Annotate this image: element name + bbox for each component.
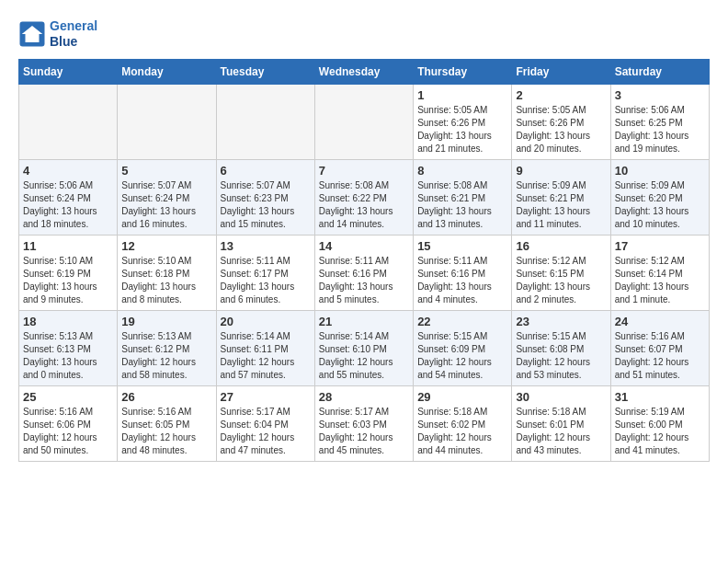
day-info: Sunrise: 5:17 AM Sunset: 6:04 PM Dayligh… <box>221 406 311 457</box>
day-number: 26 <box>121 390 211 404</box>
day-number: 7 <box>319 164 409 178</box>
calendar-cell: 19Sunrise: 5:13 AM Sunset: 6:12 PM Dayli… <box>118 310 216 385</box>
day-number: 17 <box>615 239 705 253</box>
calendar-cell: 10Sunrise: 5:09 AM Sunset: 6:20 PM Dayli… <box>610 159 709 235</box>
day-number: 15 <box>417 239 507 253</box>
day-number: 25 <box>23 390 113 404</box>
day-number: 21 <box>319 315 409 328</box>
day-number: 14 <box>319 239 409 253</box>
day-info: Sunrise: 5:14 AM Sunset: 6:11 PM Dayligh… <box>221 330 311 382</box>
calendar-cell <box>216 84 314 159</box>
page-header: General Blue <box>18 18 710 50</box>
calendar-cell: 5Sunrise: 5:07 AM Sunset: 6:24 PM Daylig… <box>118 159 216 235</box>
day-number: 10 <box>615 164 705 178</box>
calendar-cell: 15Sunrise: 5:11 AM Sunset: 6:16 PM Dayli… <box>414 235 512 310</box>
day-info: Sunrise: 5:08 AM Sunset: 6:21 PM Dayligh… <box>417 179 507 231</box>
calendar-cell: 29Sunrise: 5:18 AM Sunset: 6:02 PM Dayli… <box>414 385 512 461</box>
day-info: Sunrise: 5:16 AM Sunset: 6:05 PM Dayligh… <box>121 406 211 457</box>
day-info: Sunrise: 5:05 AM Sunset: 6:26 PM Dayligh… <box>516 104 606 155</box>
day-info: Sunrise: 5:18 AM Sunset: 6:01 PM Dayligh… <box>516 406 606 457</box>
day-info: Sunrise: 5:16 AM Sunset: 6:07 PM Dayligh… <box>615 330 705 382</box>
day-number: 5 <box>121 164 211 178</box>
calendar-cell: 22Sunrise: 5:15 AM Sunset: 6:09 PM Dayli… <box>414 310 512 385</box>
calendar-cell: 27Sunrise: 5:17 AM Sunset: 6:04 PM Dayli… <box>216 385 314 461</box>
day-number: 4 <box>23 164 113 178</box>
calendar-header-wednesday: Wednesday <box>314 59 413 84</box>
day-info: Sunrise: 5:10 AM Sunset: 6:19 PM Dayligh… <box>23 255 113 306</box>
day-info: Sunrise: 5:13 AM Sunset: 6:12 PM Dayligh… <box>121 330 211 382</box>
calendar-week-row: 25Sunrise: 5:16 AM Sunset: 6:06 PM Dayli… <box>19 385 710 461</box>
calendar-cell: 7Sunrise: 5:08 AM Sunset: 6:22 PM Daylig… <box>314 159 413 235</box>
calendar-cell: 2Sunrise: 5:05 AM Sunset: 6:26 PM Daylig… <box>512 84 610 159</box>
calendar-cell: 3Sunrise: 5:06 AM Sunset: 6:25 PM Daylig… <box>610 84 709 159</box>
day-info: Sunrise: 5:13 AM Sunset: 6:13 PM Dayligh… <box>23 330 113 382</box>
calendar-cell: 11Sunrise: 5:10 AM Sunset: 6:19 PM Dayli… <box>19 235 118 310</box>
day-number: 13 <box>221 239 311 253</box>
day-info: Sunrise: 5:06 AM Sunset: 6:25 PM Dayligh… <box>615 104 705 155</box>
calendar-cell: 8Sunrise: 5:08 AM Sunset: 6:21 PM Daylig… <box>414 159 512 235</box>
day-info: Sunrise: 5:09 AM Sunset: 6:20 PM Dayligh… <box>615 179 705 231</box>
calendar-cell: 23Sunrise: 5:15 AM Sunset: 6:08 PM Dayli… <box>512 310 610 385</box>
day-number: 8 <box>417 164 507 178</box>
logo-text: General Blue <box>50 18 97 50</box>
day-info: Sunrise: 5:18 AM Sunset: 6:02 PM Dayligh… <box>417 406 507 457</box>
calendar-cell: 30Sunrise: 5:18 AM Sunset: 6:01 PM Dayli… <box>512 385 610 461</box>
calendar-cell: 25Sunrise: 5:16 AM Sunset: 6:06 PM Dayli… <box>19 385 118 461</box>
calendar-header-thursday: Thursday <box>414 59 512 84</box>
day-number: 3 <box>615 88 705 102</box>
day-number: 23 <box>516 315 606 328</box>
day-number: 24 <box>615 315 705 328</box>
calendar-cell: 4Sunrise: 5:06 AM Sunset: 6:24 PM Daylig… <box>19 159 118 235</box>
calendar-week-row: 11Sunrise: 5:10 AM Sunset: 6:19 PM Dayli… <box>19 235 710 310</box>
calendar-cell: 14Sunrise: 5:11 AM Sunset: 6:16 PM Dayli… <box>314 235 413 310</box>
day-info: Sunrise: 5:12 AM Sunset: 6:15 PM Dayligh… <box>516 255 606 306</box>
day-info: Sunrise: 5:19 AM Sunset: 6:00 PM Dayligh… <box>615 406 705 457</box>
day-info: Sunrise: 5:05 AM Sunset: 6:26 PM Dayligh… <box>417 104 507 155</box>
calendar-week-row: 1Sunrise: 5:05 AM Sunset: 6:26 PM Daylig… <box>19 84 710 159</box>
calendar-week-row: 18Sunrise: 5:13 AM Sunset: 6:13 PM Dayli… <box>19 310 710 385</box>
calendar-cell: 6Sunrise: 5:07 AM Sunset: 6:23 PM Daylig… <box>216 159 314 235</box>
calendar-cell <box>118 84 216 159</box>
day-number: 1 <box>417 88 507 102</box>
calendar-cell: 28Sunrise: 5:17 AM Sunset: 6:03 PM Dayli… <box>314 385 413 461</box>
day-info: Sunrise: 5:10 AM Sunset: 6:18 PM Dayligh… <box>121 255 211 306</box>
calendar-cell: 20Sunrise: 5:14 AM Sunset: 6:11 PM Dayli… <box>216 310 314 385</box>
calendar-cell: 31Sunrise: 5:19 AM Sunset: 6:00 PM Dayli… <box>610 385 709 461</box>
day-number: 6 <box>221 164 311 178</box>
day-info: Sunrise: 5:12 AM Sunset: 6:14 PM Dayligh… <box>615 255 705 306</box>
calendar-cell: 16Sunrise: 5:12 AM Sunset: 6:15 PM Dayli… <box>512 235 610 310</box>
day-info: Sunrise: 5:11 AM Sunset: 6:16 PM Dayligh… <box>319 255 409 306</box>
calendar-cell: 13Sunrise: 5:11 AM Sunset: 6:17 PM Dayli… <box>216 235 314 310</box>
calendar-header-friday: Friday <box>512 59 610 84</box>
calendar-header-sunday: Sunday <box>19 59 118 84</box>
day-number: 28 <box>319 390 409 404</box>
day-info: Sunrise: 5:14 AM Sunset: 6:10 PM Dayligh… <box>319 330 409 382</box>
calendar-header-monday: Monday <box>118 59 216 84</box>
calendar-header-tuesday: Tuesday <box>216 59 314 84</box>
calendar-cell: 12Sunrise: 5:10 AM Sunset: 6:18 PM Dayli… <box>118 235 216 310</box>
day-info: Sunrise: 5:07 AM Sunset: 6:23 PM Dayligh… <box>221 179 311 231</box>
day-number: 16 <box>516 239 606 253</box>
day-number: 19 <box>121 315 211 328</box>
day-info: Sunrise: 5:11 AM Sunset: 6:16 PM Dayligh… <box>417 255 507 306</box>
calendar-header-row: SundayMondayTuesdayWednesdayThursdayFrid… <box>19 59 710 84</box>
day-info: Sunrise: 5:09 AM Sunset: 6:21 PM Dayligh… <box>516 179 606 231</box>
calendar-week-row: 4Sunrise: 5:06 AM Sunset: 6:24 PM Daylig… <box>19 159 710 235</box>
day-info: Sunrise: 5:15 AM Sunset: 6:08 PM Dayligh… <box>516 330 606 382</box>
logo-icon <box>18 20 46 48</box>
calendar-table: SundayMondayTuesdayWednesdayThursdayFrid… <box>18 59 710 462</box>
day-number: 30 <box>516 390 606 404</box>
calendar-cell: 18Sunrise: 5:13 AM Sunset: 6:13 PM Dayli… <box>19 310 118 385</box>
day-number: 9 <box>516 164 606 178</box>
calendar-cell: 9Sunrise: 5:09 AM Sunset: 6:21 PM Daylig… <box>512 159 610 235</box>
calendar-cell: 21Sunrise: 5:14 AM Sunset: 6:10 PM Dayli… <box>314 310 413 385</box>
calendar-header-saturday: Saturday <box>610 59 709 84</box>
day-number: 12 <box>121 239 211 253</box>
calendar-cell <box>314 84 413 159</box>
day-info: Sunrise: 5:07 AM Sunset: 6:24 PM Dayligh… <box>121 179 211 231</box>
day-info: Sunrise: 5:15 AM Sunset: 6:09 PM Dayligh… <box>417 330 507 382</box>
day-number: 27 <box>221 390 311 404</box>
day-info: Sunrise: 5:08 AM Sunset: 6:22 PM Dayligh… <box>319 179 409 231</box>
calendar-cell: 26Sunrise: 5:16 AM Sunset: 6:05 PM Dayli… <box>118 385 216 461</box>
logo: General Blue <box>18 18 97 50</box>
